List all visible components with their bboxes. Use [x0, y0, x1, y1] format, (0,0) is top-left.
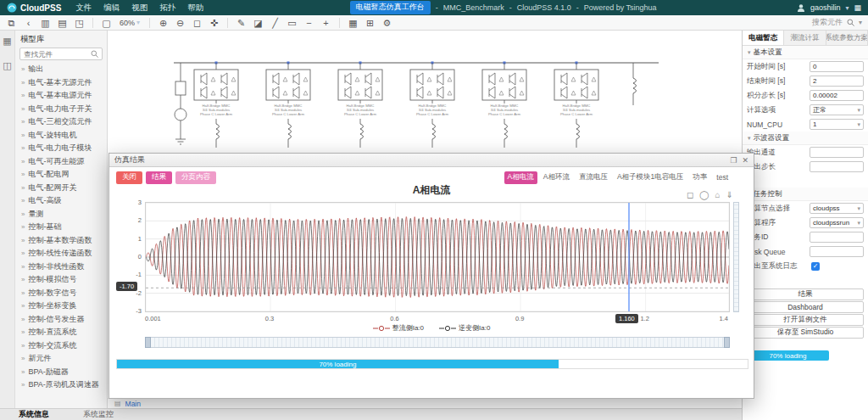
dialog-button-关闭[interactable]: 关闭 [116, 171, 142, 184]
sidebar-item-控制-坐标变换[interactable]: »控制-坐标变换 [15, 300, 107, 313]
dialog-title-bar[interactable]: 仿真结果 ❐✕ [109, 154, 754, 167]
result-tab-直流电压[interactable]: 直流电压 [576, 171, 611, 184]
rect-tool-icon[interactable]: ▭ [287, 16, 298, 30]
result-tab-A相子模块1电容电压[interactable]: A相子模块1电容电压 [614, 171, 687, 184]
input-field-输出步长[interactable] [810, 161, 864, 172]
sidebar-item-控制-直流系统[interactable]: »控制-直流系统 [15, 326, 107, 339]
dialog-button-结果[interactable]: 结果 [146, 171, 172, 184]
sidebar-item-电气-旋转电机[interactable]: »电气-旋转电机 [15, 129, 107, 143]
select-field-计算选项[interactable]: 正常▾ [810, 104, 864, 115]
input-field-开始时间 [s][interactable]: 0 [810, 61, 864, 72]
apps-icon[interactable]: ▦ [854, 3, 861, 12]
input-field-输出通道[interactable] [810, 147, 864, 158]
legend-item[interactable]: 整流侧Ia:0 [373, 323, 424, 333]
zoom-out-icon[interactable]: ⊖ [175, 16, 186, 30]
eraser-tool-icon[interactable]: ◪ [253, 16, 264, 30]
chart-vertical-scrollbar[interactable] [733, 202, 739, 312]
save-all-icon[interactable]: ▤ [57, 16, 68, 30]
save-icon[interactable]: ▥ [40, 16, 51, 30]
snapshot-icon[interactable]: ◳ [74, 16, 85, 30]
panel-button-打开算例文件[interactable]: 打开算例文件 [747, 314, 864, 326]
table-icon[interactable]: ⊞ [364, 16, 376, 30]
sidebar-item-控制-交流系统[interactable]: »控制-交流系统 [15, 339, 107, 353]
sidebar-item-电气-配网开关[interactable]: »电气-配网开关 [15, 182, 107, 195]
sidebar-item-电气-基本无源元件[interactable]: »电气-基本无源元件 [15, 76, 107, 90]
status-tab-系统监控[interactable]: 系统监控 [83, 409, 114, 420]
fit-screen-icon[interactable]: ◻ [192, 16, 203, 30]
settings-icon[interactable]: ⚙ [381, 16, 392, 30]
lasso-select-icon[interactable]: ◯ [699, 190, 709, 199]
sidebar-item-量测[interactable]: »量测 [15, 208, 107, 221]
sidebar-item-控制-线性传递函数[interactable]: »控制-线性传递函数 [15, 247, 107, 260]
result-tab-A相电流[interactable]: A相电流 [504, 171, 537, 184]
menu-item-文件[interactable]: 文件 [70, 3, 97, 14]
menu-item-编辑[interactable]: 编辑 [97, 3, 125, 14]
grid-icon[interactable]: ▦ [348, 16, 359, 30]
search-caret-icon[interactable]: ▾ [859, 19, 862, 26]
input-field-结束时间 [s][interactable]: 2 [810, 76, 864, 87]
toolbar-search[interactable]: 搜索元件 ▾ [812, 17, 862, 28]
range-slider-left-handle[interactable] [145, 337, 151, 348]
range-slider-right-handle[interactable] [724, 337, 730, 348]
sidebar-item-电气-配电网[interactable]: »电气-配电网 [15, 168, 107, 182]
select-field-计算程序[interactable]: cloudpssrun▾ [810, 217, 864, 228]
restore-icon[interactable]: ❐ [730, 156, 737, 165]
select-field-NUM_CPU[interactable]: 1▾ [810, 119, 864, 130]
panel-button-保存至 SimStudio[interactable]: 保存至 SimStudio [747, 327, 864, 339]
plus-tool-icon[interactable]: + [320, 16, 331, 30]
library-icon[interactable]: ▦ [3, 36, 11, 47]
zoom-level-dropdown[interactable]: 60%▾ [118, 19, 142, 27]
select-field-计算节点选择[interactable]: cloudpss▾ [810, 203, 864, 214]
back-icon[interactable]: ‹ [23, 16, 34, 30]
legend-item[interactable]: 逆变侧Ia:0 [439, 323, 490, 333]
panel-button-结果[interactable]: 结果 [747, 288, 864, 300]
dialog-button-分页内容[interactable]: 分页内容 [175, 171, 216, 184]
sidebar-item-电气-电力电子开关[interactable]: »电气-电力电子开关 [15, 103, 107, 116]
sidebar-item-BPA-励磁器[interactable]: »BPA-励磁器 [15, 366, 107, 379]
sheet-tab-main[interactable]: Main [125, 400, 141, 408]
status-tab-系统信息[interactable]: 系统信息 [19, 409, 49, 420]
panel-tab-潮流计算[interactable]: 潮流计算 [784, 31, 826, 45]
menu-item-拓扑[interactable]: 拓扑 [153, 3, 181, 14]
app-logo[interactable]: CloudPSS [7, 3, 61, 13]
chart-plot-area[interactable] [145, 202, 730, 312]
input-field-Task Queue[interactable] [810, 246, 864, 257]
close-icon[interactable]: ✕ [742, 156, 748, 165]
menu-item-帮助[interactable]: 帮助 [181, 3, 209, 14]
sidebar-item-控制-非线性函数[interactable]: »控制-非线性函数 [15, 260, 107, 274]
sidebar-item-电气-电力电子模块[interactable]: »电气-电力电子模块 [15, 142, 107, 155]
panel-button-Dashboard[interactable]: Dashboard [747, 301, 864, 313]
sidebar-item-控制-模拟信号[interactable]: »控制-模拟信号 [15, 273, 107, 287]
reset-view-icon[interactable]: ⌂ [715, 190, 721, 199]
sidebar-item-控制-数字信号[interactable]: »控制-数字信号 [15, 287, 107, 300]
input-field-积分步长 [s][interactable]: 0.00002 [810, 90, 864, 101]
workspace-badge[interactable]: 电磁暂态仿真工作台 [350, 1, 431, 14]
result-tab-test[interactable]: test [713, 172, 732, 183]
minus-tool-icon[interactable]: − [303, 16, 314, 30]
result-tab-功率[interactable]: 功率 [689, 171, 710, 184]
zoom-in-icon[interactable]: ⊕ [158, 16, 169, 30]
component-search-box[interactable] [19, 48, 103, 60]
sidebar-item-电气-高级[interactable]: »电气-高级 [15, 194, 107, 208]
sidebar-item-控制-信号发生器[interactable]: »控制-信号发生器 [15, 313, 107, 327]
pencil-tool-icon[interactable]: ✎ [236, 16, 247, 30]
username[interactable]: gaoshilin [810, 3, 841, 12]
sidebar-item-电气-可再生能源[interactable]: »电气-可再生能源 [15, 155, 107, 169]
component-search-input[interactable] [24, 50, 83, 59]
log-checkbox[interactable]: ✓ [811, 262, 820, 271]
download-icon[interactable]: ⇓ [726, 190, 733, 199]
copy-icon[interactable]: ⧉ [6, 16, 17, 30]
sidebar-item-电气-基本电源元件[interactable]: »电气-基本电源元件 [15, 89, 107, 103]
panel-tab-系统参数方案[interactable]: 系统参数方案 [826, 31, 868, 45]
sidebar-item-控制-基础[interactable]: »控制-基础 [15, 221, 107, 234]
sidebar-item-控制-基本数学函数[interactable]: »控制-基本数学函数 [15, 234, 107, 248]
pointer-tool-icon[interactable]: ▢ [101, 16, 112, 30]
input-field-任务ID[interactable] [810, 232, 864, 243]
sidebar-item-BPA-原动机及调速器[interactable]: »BPA-原动机及调速器 [15, 378, 107, 392]
result-tab-A相环流[interactable]: A相环流 [540, 171, 573, 184]
chart-range-slider[interactable] [145, 337, 730, 348]
panel-tab-电磁暂态[interactable]: 电磁暂态 [743, 31, 784, 45]
line-tool-icon[interactable]: ╱ [270, 16, 281, 30]
menu-item-视图[interactable]: 视图 [125, 3, 153, 14]
user-menu-caret-icon[interactable]: ▾ [845, 4, 849, 12]
